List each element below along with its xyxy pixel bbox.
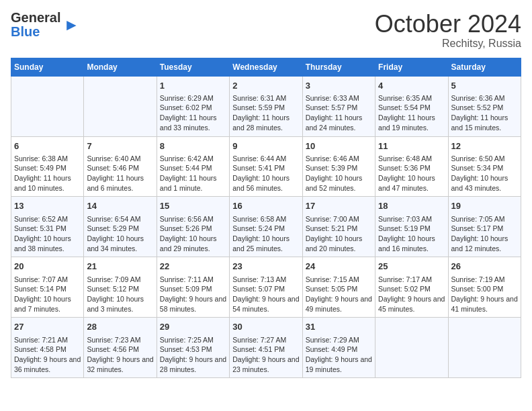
calendar-cell (448, 318, 521, 378)
calendar-cell: 9Sunrise: 6:44 AM Sunset: 5:41 PM Daylig… (230, 136, 302, 197)
calendar-cell: 2Sunrise: 6:31 AM Sunset: 5:59 PM Daylig… (230, 76, 302, 136)
calendar-cell: 6Sunrise: 6:38 AM Sunset: 5:49 PM Daylig… (11, 136, 84, 197)
day-info: Sunrise: 7:11 AM Sunset: 5:09 PM Dayligh… (160, 275, 226, 314)
day-number: 8 (160, 140, 226, 152)
calendar-cell (11, 76, 84, 136)
header-friday: Friday (375, 58, 448, 76)
day-info: Sunrise: 7:29 AM Sunset: 4:49 PM Dayligh… (306, 335, 372, 375)
calendar-cell: 21Sunrise: 7:09 AM Sunset: 5:12 PM Dayli… (84, 257, 157, 318)
day-info: Sunrise: 7:25 AM Sunset: 4:53 PM Dayligh… (160, 335, 226, 375)
day-info: Sunrise: 6:38 AM Sunset: 5:49 PM Dayligh… (14, 154, 81, 193)
calendar-cell: 12Sunrise: 6:50 AM Sunset: 5:34 PM Dayli… (448, 136, 521, 197)
day-number: 10 (306, 140, 372, 152)
day-number: 31 (306, 321, 372, 333)
day-number: 18 (378, 200, 445, 212)
logo-blue-text: Blue (11, 24, 40, 39)
day-info: Sunrise: 6:29 AM Sunset: 6:02 PM Dayligh… (160, 93, 226, 133)
day-info: Sunrise: 7:21 AM Sunset: 4:58 PM Dayligh… (14, 335, 81, 375)
day-number: 5 (451, 80, 518, 92)
day-number: 11 (378, 140, 445, 152)
logo: General Blue ► (11, 11, 79, 39)
calendar-cell: 16Sunrise: 6:58 AM Sunset: 5:24 PM Dayli… (230, 197, 302, 257)
day-info: Sunrise: 6:35 AM Sunset: 5:54 PM Dayligh… (378, 93, 445, 133)
calendar-cell: 26Sunrise: 7:19 AM Sunset: 5:00 PM Dayli… (448, 257, 521, 318)
day-info: Sunrise: 6:33 AM Sunset: 5:57 PM Dayligh… (306, 93, 372, 133)
header-saturday: Saturday (448, 58, 521, 76)
day-number: 17 (306, 200, 372, 212)
header-sunday: Sunday (11, 58, 84, 76)
calendar-cell: 15Sunrise: 6:56 AM Sunset: 5:26 PM Dayli… (157, 197, 229, 257)
calendar-row: 20Sunrise: 7:07 AM Sunset: 5:14 PM Dayli… (11, 257, 521, 318)
calendar-cell: 13Sunrise: 6:52 AM Sunset: 5:31 PM Dayli… (11, 197, 84, 257)
day-number: 24 (306, 261, 372, 273)
day-info: Sunrise: 6:52 AM Sunset: 5:31 PM Dayligh… (14, 214, 81, 254)
calendar-cell: 20Sunrise: 7:07 AM Sunset: 5:14 PM Dayli… (11, 257, 84, 318)
day-number: 25 (378, 261, 445, 273)
day-info: Sunrise: 7:00 AM Sunset: 5:21 PM Dayligh… (306, 214, 372, 254)
day-info: Sunrise: 6:31 AM Sunset: 5:59 PM Dayligh… (232, 93, 299, 133)
calendar-cell: 14Sunrise: 6:54 AM Sunset: 5:29 PM Dayli… (84, 197, 157, 257)
day-info: Sunrise: 6:58 AM Sunset: 5:24 PM Dayligh… (232, 214, 299, 254)
header-monday: Monday (84, 58, 157, 76)
location-title: Rechitsy, Russia (375, 38, 521, 50)
day-number: 14 (87, 200, 153, 212)
calendar-row: 6Sunrise: 6:38 AM Sunset: 5:49 PM Daylig… (11, 136, 521, 197)
day-info: Sunrise: 7:23 AM Sunset: 4:56 PM Dayligh… (87, 335, 153, 375)
calendar-cell: 17Sunrise: 7:00 AM Sunset: 5:21 PM Dayli… (302, 197, 375, 257)
day-number: 26 (451, 261, 518, 273)
day-number: 23 (232, 261, 299, 273)
calendar-cell (84, 76, 157, 136)
header-thursday: Thursday (302, 58, 375, 76)
calendar-cell: 28Sunrise: 7:23 AM Sunset: 4:56 PM Dayli… (84, 318, 157, 378)
calendar-cell: 10Sunrise: 6:46 AM Sunset: 5:39 PM Dayli… (302, 136, 375, 197)
calendar-cell: 19Sunrise: 7:05 AM Sunset: 5:17 PM Dayli… (448, 197, 521, 257)
day-number: 30 (232, 321, 299, 333)
day-number: 29 (160, 321, 226, 333)
calendar-cell: 23Sunrise: 7:13 AM Sunset: 5:07 PM Dayli… (230, 257, 302, 318)
day-number: 3 (306, 80, 372, 92)
logo-general-text: General (11, 10, 60, 25)
calendar-header-row: SundayMondayTuesdayWednesdayThursdayFrid… (11, 58, 521, 76)
calendar-cell: 30Sunrise: 7:27 AM Sunset: 4:51 PM Dayli… (230, 318, 302, 378)
day-info: Sunrise: 7:09 AM Sunset: 5:12 PM Dayligh… (87, 275, 153, 314)
header-tuesday: Tuesday (157, 58, 229, 76)
day-info: Sunrise: 6:50 AM Sunset: 5:34 PM Dayligh… (451, 154, 518, 193)
day-number: 1 (160, 80, 226, 92)
calendar-cell: 27Sunrise: 7:21 AM Sunset: 4:58 PM Dayli… (11, 318, 84, 378)
calendar-cell: 3Sunrise: 6:33 AM Sunset: 5:57 PM Daylig… (302, 76, 375, 136)
calendar-cell: 24Sunrise: 7:15 AM Sunset: 5:05 PM Dayli… (302, 257, 375, 318)
day-number: 7 (87, 140, 153, 152)
day-info: Sunrise: 7:17 AM Sunset: 5:02 PM Dayligh… (378, 275, 445, 314)
day-number: 22 (160, 261, 226, 273)
day-number: 13 (14, 200, 81, 212)
header-wednesday: Wednesday (230, 58, 302, 76)
day-number: 19 (451, 200, 518, 212)
calendar-cell: 11Sunrise: 6:48 AM Sunset: 5:36 PM Dayli… (375, 136, 448, 197)
calendar-cell: 18Sunrise: 7:03 AM Sunset: 5:19 PM Dayli… (375, 197, 448, 257)
calendar-cell: 29Sunrise: 7:25 AM Sunset: 4:53 PM Dayli… (157, 318, 229, 378)
day-info: Sunrise: 7:27 AM Sunset: 4:51 PM Dayligh… (232, 335, 299, 375)
month-title: October 2024 (375, 11, 521, 38)
calendar-cell: 4Sunrise: 6:35 AM Sunset: 5:54 PM Daylig… (375, 76, 448, 136)
calendar-cell: 8Sunrise: 6:42 AM Sunset: 5:44 PM Daylig… (157, 136, 229, 197)
calendar-row: 27Sunrise: 7:21 AM Sunset: 4:58 PM Dayli… (11, 318, 521, 378)
day-info: Sunrise: 7:07 AM Sunset: 5:14 PM Dayligh… (14, 275, 81, 314)
logo-bird-icon: ► (63, 15, 79, 34)
day-info: Sunrise: 7:03 AM Sunset: 5:19 PM Dayligh… (378, 214, 445, 254)
calendar-cell: 1Sunrise: 6:29 AM Sunset: 6:02 PM Daylig… (157, 76, 229, 136)
day-info: Sunrise: 6:42 AM Sunset: 5:44 PM Dayligh… (160, 154, 226, 193)
day-info: Sunrise: 7:05 AM Sunset: 5:17 PM Dayligh… (451, 214, 518, 254)
day-info: Sunrise: 6:40 AM Sunset: 5:46 PM Dayligh… (87, 154, 153, 193)
title-block: October 2024 Rechitsy, Russia (375, 11, 521, 50)
calendar-cell: 5Sunrise: 6:36 AM Sunset: 5:52 PM Daylig… (448, 76, 521, 136)
day-info: Sunrise: 6:46 AM Sunset: 5:39 PM Dayligh… (306, 154, 372, 193)
calendar-cell: 25Sunrise: 7:17 AM Sunset: 5:02 PM Dayli… (375, 257, 448, 318)
page-header: General Blue ► October 2024 Rechitsy, Ru… (11, 11, 521, 50)
day-info: Sunrise: 6:44 AM Sunset: 5:41 PM Dayligh… (232, 154, 299, 193)
day-number: 28 (87, 321, 153, 333)
day-info: Sunrise: 7:19 AM Sunset: 5:00 PM Dayligh… (451, 275, 518, 314)
calendar-table: SundayMondayTuesdayWednesdayThursdayFrid… (11, 58, 521, 379)
calendar-cell: 7Sunrise: 6:40 AM Sunset: 5:46 PM Daylig… (84, 136, 157, 197)
day-info: Sunrise: 6:54 AM Sunset: 5:29 PM Dayligh… (87, 214, 153, 254)
day-number: 6 (14, 140, 81, 152)
